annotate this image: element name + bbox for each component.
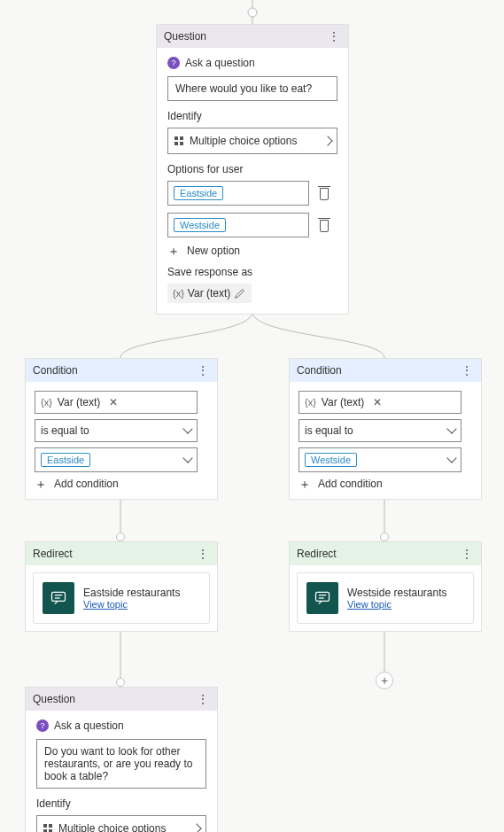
question-icon: ? (167, 57, 180, 69)
options-label: Options for user (167, 163, 337, 175)
more-icon[interactable]: ⋮ (328, 30, 341, 43)
cond-value-select[interactable]: Eastside (35, 447, 198, 472)
plus-icon: ＋ (299, 478, 311, 490)
delete-option-2[interactable] (318, 218, 330, 232)
grid-icon (43, 823, 53, 832)
question-prompt-input[interactable]: Where would you like to eat? (167, 76, 337, 101)
chevron-right-icon (191, 823, 201, 832)
add-node-button[interactable]: + (376, 672, 393, 689)
cond-op-select[interactable]: is equal to (299, 419, 461, 442)
view-topic-link[interactable]: View topic (83, 599, 180, 610)
var-text: Var (text) (188, 287, 230, 299)
condition-title: Condition (297, 364, 342, 377)
pencil-icon[interactable] (234, 287, 246, 299)
cond-value-select[interactable]: Westside (299, 447, 461, 472)
question-card-1: Question ⋮ ? Ask a question Where would … (156, 24, 349, 315)
option-row-2: Westside (167, 213, 337, 237)
question-header: Question ⋮ (157, 25, 348, 48)
cond-op-text: is equal to (305, 424, 353, 437)
question-card-2: Question ⋮ ? Ask a question Do you want … (25, 687, 218, 832)
redirect-title: Redirect (297, 548, 337, 560)
question-prompt-input[interactable]: Do you want to look for other restaurant… (36, 739, 206, 789)
more-icon[interactable]: ⋮ (461, 548, 474, 560)
delete-option-1[interactable] (318, 186, 330, 200)
chevron-down-icon (446, 453, 456, 463)
cond-var-text: Var (text) (58, 396, 100, 408)
redirect-header: Redirect ⋮ (26, 542, 217, 565)
more-icon[interactable]: ⋮ (197, 693, 210, 705)
question-title: Question (33, 693, 75, 705)
redirect-header: Redirect ⋮ (290, 542, 481, 565)
question-title: Question (164, 30, 206, 43)
chevron-right-icon (322, 136, 332, 145)
ask-question-row: ? Ask a question (36, 719, 206, 732)
cond-op-select[interactable]: is equal to (35, 419, 198, 442)
option-input-2[interactable]: Westside (167, 213, 309, 237)
redirect-topic-name: Eastside restaurants (83, 587, 180, 599)
chevron-down-icon (182, 424, 192, 433)
variable-pill[interactable]: {x} Var (text) (167, 284, 252, 303)
option-tag: Eastside (174, 186, 223, 200)
more-icon[interactable]: ⋮ (197, 548, 210, 560)
redirect-title: Redirect (33, 548, 73, 560)
node-dot-right (380, 533, 389, 541)
redirect-card-left: Redirect ⋮ Eastside restaurants View top… (25, 541, 218, 632)
ask-question-label: Ask a question (54, 719, 124, 732)
cond-var-select[interactable]: {x} Var (text) ✕ (35, 391, 198, 414)
ask-question-label: Ask a question (185, 57, 255, 69)
svg-rect-1 (52, 592, 66, 601)
add-condition-label: Add condition (54, 478, 119, 490)
add-condition-button[interactable]: ＋ Add condition (35, 478, 208, 490)
identify-label: Identify (36, 797, 206, 810)
option-row-1: Eastside (167, 181, 337, 206)
identify-value: Multiple choice options (58, 822, 166, 832)
svg-rect-4 (316, 592, 330, 601)
remove-var-icon[interactable]: ✕ (373, 396, 382, 408)
node-dot-left (116, 533, 125, 541)
new-option-label: New option (187, 245, 240, 257)
identify-select[interactable]: Multiple choice options (36, 815, 206, 832)
add-condition-button[interactable]: ＋ Add condition (299, 478, 472, 490)
new-option-button[interactable]: ＋ New option (167, 245, 337, 257)
var-brace-icon: {x} (41, 397, 52, 408)
save-response-label: Save response as (167, 266, 337, 278)
condition-card-right: Condition ⋮ {x} Var (text) ✕ is equal to… (289, 358, 482, 500)
chevron-down-icon (182, 453, 192, 463)
question-icon: ? (36, 719, 49, 732)
more-icon[interactable]: ⋮ (197, 364, 210, 377)
chat-topic-icon (43, 582, 74, 614)
condition-header: Condition ⋮ (290, 359, 481, 382)
plus-icon: ＋ (167, 245, 180, 257)
identify-label: Identify (167, 110, 337, 122)
redirect-topic-name: Westside restaurants (347, 587, 447, 599)
option-tag: Westside (174, 218, 226, 232)
var-brace-icon: {x} (173, 288, 184, 299)
chat-topic-icon (306, 582, 338, 614)
cond-var-text: Var (text) (322, 396, 364, 408)
svg-point-0 (248, 8, 257, 17)
grid-icon (174, 136, 184, 146)
add-condition-label: Add condition (318, 478, 383, 490)
identify-value: Multiple choice options (190, 135, 297, 147)
cond-value-tag: Westside (305, 453, 357, 467)
remove-var-icon[interactable]: ✕ (109, 396, 118, 408)
redirect-card-right: Redirect ⋮ Westside restaurants View top… (289, 541, 482, 632)
condition-header: Condition ⋮ (26, 359, 217, 382)
cond-value-tag: Eastside (41, 453, 90, 467)
ask-question-row: ? Ask a question (167, 57, 337, 69)
view-topic-link[interactable]: View topic (347, 599, 447, 610)
plus-icon: ＋ (35, 478, 47, 490)
identify-select[interactable]: Multiple choice options (167, 128, 337, 154)
node-dot-left-2 (116, 678, 125, 687)
question-header: Question ⋮ (26, 688, 217, 711)
more-icon[interactable]: ⋮ (461, 364, 474, 377)
cond-var-select[interactable]: {x} Var (text) ✕ (299, 391, 461, 414)
condition-card-left: Condition ⋮ {x} Var (text) ✕ is equal to… (25, 358, 218, 500)
cond-op-text: is equal to (41, 424, 89, 437)
chevron-down-icon (446, 424, 456, 433)
var-brace-icon: {x} (305, 397, 316, 408)
option-input-1[interactable]: Eastside (167, 181, 309, 206)
condition-title: Condition (33, 364, 78, 377)
